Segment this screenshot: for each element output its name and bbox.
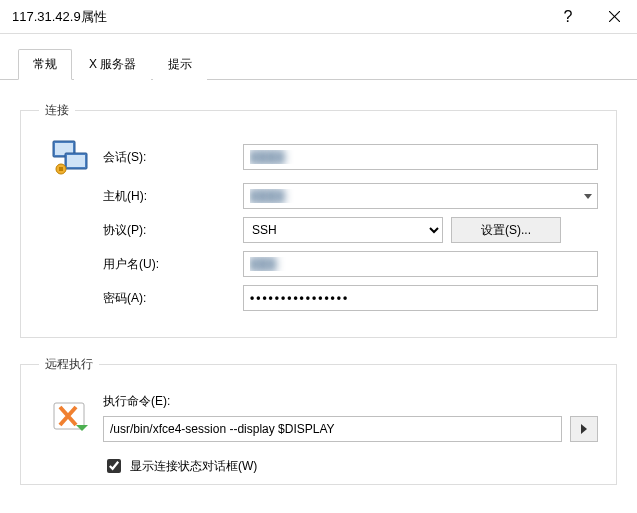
connection-group: 连接 会话(S): 主机(H):: [20, 102, 617, 338]
help-button[interactable]: ?: [545, 0, 591, 34]
svg-rect-5: [67, 155, 85, 167]
window-title: 117.31.42.9属性: [12, 8, 545, 26]
remote-exec-icon: [39, 401, 103, 435]
session-input[interactable]: [243, 144, 598, 170]
command-label: 执行命令(E):: [103, 393, 598, 410]
tab-content: 连接 会话(S): 主机(H):: [0, 80, 637, 485]
username-label: 用户名(U):: [103, 256, 243, 273]
close-icon: [609, 11, 620, 22]
protocol-label: 协议(P):: [103, 222, 243, 239]
show-status-label: 显示连接状态对话框(W): [130, 458, 257, 475]
connection-legend: 连接: [39, 102, 75, 119]
triangle-right-icon: [581, 424, 587, 434]
settings-button[interactable]: 设置(S)...: [451, 217, 561, 243]
show-status-checkbox[interactable]: [107, 459, 121, 473]
password-input[interactable]: [243, 285, 598, 311]
remote-exec-group: 远程执行 执行命令(E): 显示连接状: [20, 356, 617, 485]
command-input[interactable]: [103, 416, 562, 442]
title-bar: 117.31.42.9属性 ?: [0, 0, 637, 34]
tab-general[interactable]: 常规: [18, 49, 72, 80]
host-input[interactable]: [243, 183, 598, 209]
tab-tips[interactable]: 提示: [153, 49, 207, 80]
tab-xserver[interactable]: X 服务器: [74, 49, 151, 80]
svg-rect-7: [59, 167, 63, 171]
session-label: 会话(S):: [103, 149, 243, 166]
protocol-select[interactable]: SSH: [243, 217, 443, 243]
tab-strip: 常规 X 服务器 提示: [0, 34, 637, 80]
host-label: 主机(H):: [103, 188, 243, 205]
close-button[interactable]: [591, 0, 637, 34]
remote-exec-legend: 远程执行: [39, 356, 99, 373]
command-more-button[interactable]: [570, 416, 598, 442]
password-label: 密码(A):: [103, 290, 243, 307]
username-input[interactable]: [243, 251, 598, 277]
connection-icon: [39, 139, 103, 175]
